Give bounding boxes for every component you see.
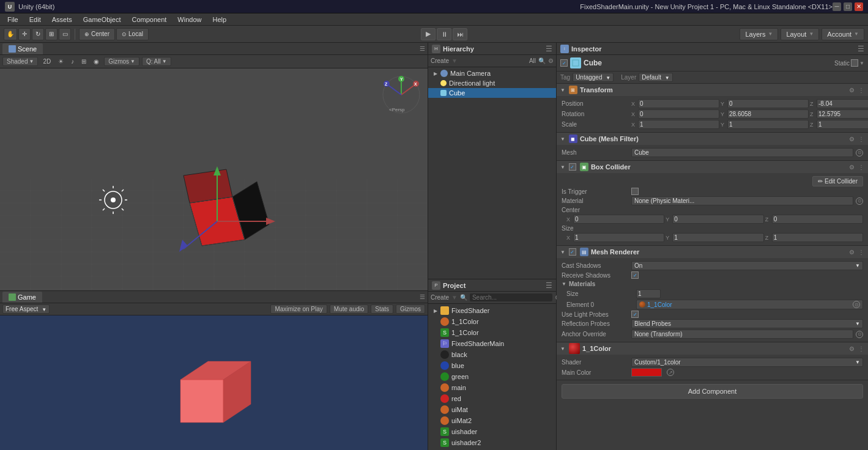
edit-collider-button[interactable]: ✏ Edit Collider	[812, 176, 863, 186]
menu-file[interactable]: File	[2, 15, 23, 24]
center-toggle[interactable]: ⊕ Center	[79, 28, 115, 40]
scale-y-input[interactable]	[727, 120, 809, 129]
tag-dropdown[interactable]: Untagged ▼	[573, 73, 614, 82]
transform-more-icon[interactable]: ⋮	[858, 87, 864, 94]
position-x-input[interactable]	[638, 99, 719, 108]
project-item-uishader[interactable]: S uishader	[428, 426, 556, 437]
collider-material-select-icon[interactable]: ⊙	[856, 197, 863, 205]
free-aspect-dropdown[interactable]: Free Aspect ▼	[2, 304, 50, 314]
size-z-input[interactable]	[772, 233, 863, 242]
project-item-blue[interactable]: blue	[428, 360, 556, 371]
size-x-input[interactable]	[573, 233, 664, 242]
menu-window[interactable]: Window	[172, 15, 206, 24]
scale-x-input[interactable]	[638, 120, 719, 129]
hierarchy-item-cube[interactable]: Cube	[428, 88, 556, 98]
layout-dropdown[interactable]: Layout ▼	[781, 28, 819, 40]
project-search-input[interactable]	[470, 293, 552, 301]
game-maximize-icon[interactable]: ☰	[420, 293, 425, 300]
rotation-y-input[interactable]	[727, 109, 809, 119]
reflection-probes-dropdown[interactable]: Blend Probes ▼	[631, 319, 863, 328]
static-arrow-icon[interactable]: ▼	[859, 61, 864, 66]
materials-size-input[interactable]	[636, 289, 661, 298]
mesh-filter-more-icon[interactable]: ⋮	[858, 136, 864, 142]
is-trigger-checkbox[interactable]	[631, 188, 639, 195]
center-y-input[interactable]	[672, 215, 763, 224]
main-color-swatch[interactable]	[631, 368, 662, 377]
shader-dropdown[interactable]: Custom/1_1color ▼	[631, 358, 863, 367]
stats-button[interactable]: Stats	[371, 304, 393, 314]
material-settings-icon[interactable]: ⚙	[849, 345, 855, 352]
scene-tab[interactable]: Scene	[2, 43, 43, 54]
scale-tool-button[interactable]: ⊞	[45, 28, 57, 40]
position-y-input[interactable]	[727, 99, 809, 108]
inspector-menu-icon[interactable]: ☰	[858, 45, 864, 53]
mesh-select-icon[interactable]: ⊙	[856, 149, 863, 157]
material-more-icon[interactable]: ⋮	[858, 345, 864, 352]
scene-nav-icon[interactable]: ◉	[91, 57, 102, 65]
gizmos-dropdown[interactable]: Gizmos ▼	[104, 57, 139, 66]
minimize-button[interactable]: ─	[833, 2, 841, 11]
use-light-probes-checkbox[interactable]	[631, 311, 639, 318]
hierarchy-menu-icon[interactable]: ☰	[546, 45, 552, 53]
hierarchy-all-label[interactable]: All	[529, 57, 536, 64]
project-item-red[interactable]: red	[428, 393, 556, 404]
play-button[interactable]: ▶	[421, 28, 436, 40]
shaded-dropdown[interactable]: Shaded ▼	[2, 57, 38, 66]
rect-tool-button[interactable]: ▭	[59, 28, 71, 40]
step-button[interactable]: ⏭	[453, 28, 467, 40]
hierarchy-item-main-camera[interactable]: ▶ Main Camera	[428, 68, 556, 78]
mesh-renderer-header[interactable]: ▼ ▤ Mesh Renderer ⚙ ⋮	[557, 246, 868, 258]
static-checkbox[interactable]	[851, 59, 858, 67]
add-component-button[interactable]: Add Component	[562, 384, 863, 399]
project-item-uishader2[interactable]: S uishader2	[428, 437, 556, 448]
project-create-label[interactable]: Create	[431, 294, 449, 301]
rotation-z-input[interactable]	[817, 109, 868, 119]
box-collider-enable-checkbox[interactable]	[569, 163, 576, 171]
all-dropdown[interactable]: Q: All ▼	[142, 57, 171, 66]
mute-audio-button[interactable]: Mute audio	[330, 304, 368, 314]
project-item-black[interactable]: black	[428, 349, 556, 360]
material-1-1color-header[interactable]: ▼ 1_1Color ⚙ ⋮	[557, 342, 868, 355]
maximize-on-play-button[interactable]: Maximize on Play	[270, 304, 327, 314]
menu-help[interactable]: Help	[207, 15, 231, 24]
layer-dropdown[interactable]: Default ▼	[639, 73, 672, 82]
size-y-input[interactable]	[672, 233, 763, 242]
box-collider-more-icon[interactable]: ⋮	[858, 164, 864, 171]
mesh-renderer-more-icon[interactable]: ⋮	[858, 249, 864, 256]
hierarchy-item-directional-light[interactable]: Directional light	[428, 78, 556, 88]
rotate-tool-button[interactable]: ↻	[32, 28, 44, 40]
menu-gameobject[interactable]: GameObject	[78, 15, 126, 24]
project-item-green[interactable]: green	[428, 371, 556, 382]
scene-viewport[interactable]: Y X Z <Persp	[0, 68, 428, 290]
local-toggle[interactable]: ⊙ Local	[116, 28, 149, 40]
scene-audio-icon[interactable]: ♪	[69, 57, 76, 65]
center-z-input[interactable]	[772, 215, 863, 224]
mesh-filter-header[interactable]: ▼ ◼ Cube (Mesh Filter) ⚙ ⋮	[557, 133, 868, 145]
scene-gizmo[interactable]: Y X Z <Persp	[380, 73, 423, 116]
game-gizmos-button[interactable]: Gizmos	[396, 304, 425, 314]
position-z-input[interactable]	[817, 99, 868, 108]
center-x-input[interactable]	[573, 215, 664, 224]
anchor-override-select-icon[interactable]: ⊙	[856, 331, 863, 338]
hierarchy-create-label[interactable]: Create	[431, 57, 449, 64]
transform-header[interactable]: ▼ ⊞ Transform ⚙ ⋮	[557, 84, 868, 96]
project-item-uimat2[interactable]: uiMat2	[428, 415, 556, 426]
close-button[interactable]: ✕	[855, 2, 863, 11]
game-viewport[interactable]	[0, 315, 428, 450]
receive-shadows-checkbox[interactable]	[631, 271, 639, 279]
project-item-uimat[interactable]: uiMat	[428, 404, 556, 415]
project-item-main[interactable]: main	[428, 382, 556, 393]
mesh-renderer-settings-icon[interactable]: ⚙	[849, 249, 855, 256]
game-tab[interactable]: Game	[2, 292, 42, 303]
maximize-button[interactable]: □	[844, 2, 852, 11]
hierarchy-settings-icon[interactable]: ⚙	[548, 57, 554, 64]
hand-tool-button[interactable]: ✋	[4, 28, 17, 40]
cast-shadows-dropdown[interactable]: On ▼	[631, 261, 863, 270]
rotation-x-input[interactable]	[638, 109, 719, 119]
transform-settings-icon[interactable]: ⚙	[849, 87, 855, 94]
inspector-object-name[interactable]: Cube	[584, 59, 832, 67]
project-item-fixedshader-folder[interactable]: ▶ FixedShader	[428, 305, 556, 316]
box-collider-settings-icon[interactable]: ⚙	[849, 164, 855, 171]
pause-button[interactable]: ⏸	[437, 28, 451, 40]
menu-edit[interactable]: Edit	[24, 15, 46, 24]
